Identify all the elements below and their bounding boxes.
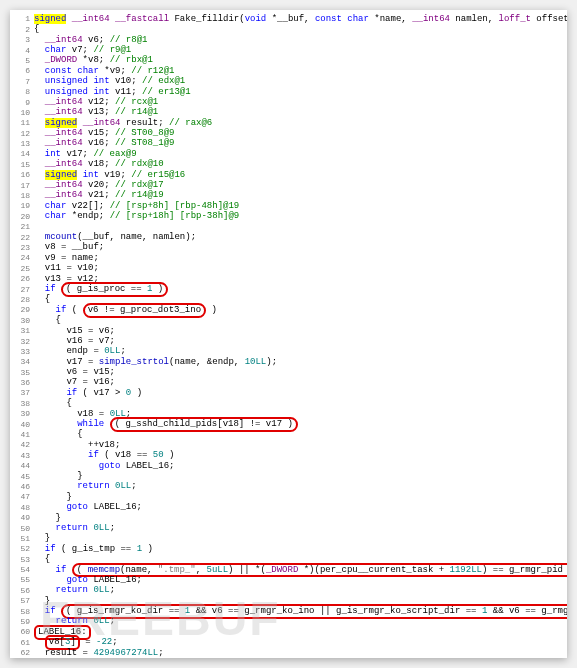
code-content: char v7; // r9@1: [34, 45, 567, 56]
code-content: char *endp; // [rsp+18h] [rbp-38h]@9: [34, 211, 567, 222]
code-content: v16 = v7;: [34, 336, 567, 347]
line-number: 45: [10, 472, 34, 482]
code-content: {: [34, 315, 567, 326]
line-number: 4: [10, 46, 34, 56]
line-number: 37: [10, 388, 34, 398]
code-line: 43 if ( v18 == 50 ): [10, 450, 567, 460]
code-content: if ( g_is_proc == 1 ): [34, 284, 567, 295]
code-content: }: [34, 471, 567, 482]
line-number: 26: [10, 274, 34, 284]
code-content: __int64 v20; // rdx@17: [34, 180, 567, 191]
line-number: 12: [10, 129, 34, 139]
code-content: return 0LL;: [34, 481, 567, 492]
code-content: if ( v18 == 50 ): [34, 450, 567, 461]
code-line: 29 if ( v6 != g_proc_dot3_ino ): [10, 305, 567, 315]
line-number: 31: [10, 326, 34, 336]
code-line: 54 if ( memcmp(name, ".tmp_", 5uLL) || *…: [10, 565, 567, 575]
code-content: __int64 v15; // ST00_8@9: [34, 128, 567, 139]
code-line: 15 __int64 v18; // rdx@10: [10, 159, 567, 169]
line-number: 11: [10, 118, 34, 128]
code-content: return 0LL;: [34, 585, 567, 596]
code-line: 52 if ( g_is_tmp == 1 ): [10, 544, 567, 554]
code-line: 1signed __int64 __fastcall Fake_filldir(…: [10, 14, 567, 24]
code-line: 13 __int64 v16; // ST08_1@9: [10, 139, 567, 149]
code-line: 19 char v22[]; // [rsp+8h] [rbp-48h]@19: [10, 201, 567, 211]
line-number: 22: [10, 233, 34, 243]
code-line: 18 __int64 v21; // r14@19: [10, 191, 567, 201]
code-content: if ( g_is_tmp == 1 ): [34, 544, 567, 555]
code-content: char v22[]; // [rsp+8h] [rbp-48h]@19: [34, 201, 567, 212]
code-content: unsigned int v11; // er13@1: [34, 87, 567, 98]
line-number: 58: [10, 607, 34, 617]
line-number: 54: [10, 565, 34, 575]
line-number: 59: [10, 617, 34, 627]
code-line: 48 goto LABEL_16;: [10, 502, 567, 512]
code-content: __int64 v18; // rdx@10: [34, 159, 567, 170]
code-line: 17 __int64 v20; // rdx@17: [10, 180, 567, 190]
code-line: 34 v17 = simple_strtol(name, &endp, 10LL…: [10, 357, 567, 367]
code-content: goto LABEL_16;: [34, 575, 567, 586]
line-number: 28: [10, 295, 34, 305]
code-content: {: [34, 429, 567, 440]
code-line: 40 while ( g_sshd_child_pids[v18] != v17…: [10, 419, 567, 429]
code-line: 20 char *endp; // [rsp+18h] [rbp-38h]@9: [10, 211, 567, 221]
line-number: 36: [10, 378, 34, 388]
code-content: goto LABEL_16;: [34, 502, 567, 513]
line-number: 60: [10, 627, 34, 637]
code-line: 23 v8 = __buf;: [10, 243, 567, 253]
line-number: 7: [10, 77, 34, 87]
code-content: const char *v9; // r12@1: [34, 66, 567, 77]
line-number: 57: [10, 596, 34, 606]
code-line: 2{: [10, 24, 567, 34]
line-number: 8: [10, 87, 34, 97]
code-line: 44 goto LABEL_16;: [10, 461, 567, 471]
line-number: 61: [10, 638, 34, 648]
line-number: 50: [10, 524, 34, 534]
code-content: }: [34, 492, 567, 503]
code-content: }: [34, 513, 567, 524]
code-line: 35 v6 = v15;: [10, 367, 567, 377]
code-content: }: [34, 533, 567, 544]
line-number: 46: [10, 482, 34, 492]
code-content: while ( g_sshd_child_pids[v18] != v17 ): [34, 419, 567, 430]
line-number: 38: [10, 399, 34, 409]
line-number: 52: [10, 544, 34, 554]
code-content: unsigned int v10; // edx@1: [34, 76, 567, 87]
code-content: signed __int64 __fastcall Fake_filldir(v…: [34, 14, 567, 25]
code-line: 4 char v7; // r9@1: [10, 45, 567, 55]
line-number: 39: [10, 409, 34, 419]
code-line: 61 v8[3] = -22;: [10, 637, 567, 647]
code-content: if ( v17 > 0 ): [34, 388, 567, 399]
code-line: 33 endp = 0LL;: [10, 347, 567, 357]
code-line: 32 v16 = v7;: [10, 336, 567, 346]
code-line: 37 if ( v17 > 0 ): [10, 388, 567, 398]
code-line: 45 }: [10, 471, 567, 481]
code-line: 11 signed __int64 result; // rax@6: [10, 118, 567, 128]
code-line: 51 }: [10, 534, 567, 544]
line-number: 19: [10, 201, 34, 211]
code-line: 27 if ( g_is_proc == 1 ): [10, 284, 567, 294]
line-number: 17: [10, 181, 34, 191]
code-line: 21: [10, 222, 567, 232]
code-content: return 0LL;: [34, 523, 567, 534]
code-content: v6 = v15;: [34, 367, 567, 378]
line-number: 25: [10, 264, 34, 274]
line-number: 42: [10, 440, 34, 450]
line-number: 41: [10, 430, 34, 440]
line-number: 23: [10, 243, 34, 253]
line-number: 29: [10, 305, 34, 315]
code-line: 47 }: [10, 492, 567, 502]
line-number: 32: [10, 337, 34, 347]
code-content: v8 = __buf;: [34, 242, 567, 253]
line-number: 34: [10, 357, 34, 367]
line-number: 2: [10, 25, 34, 35]
code-line: 30 {: [10, 315, 567, 325]
code-line: 9 __int64 v12; // rcx@1: [10, 97, 567, 107]
code-line: 58 if ( g_is_rmgr_ko_dir == 1 && v6 == g…: [10, 606, 567, 616]
code-line: 38 {: [10, 398, 567, 408]
line-number: 40: [10, 420, 34, 430]
code-content: if ( memcmp(name, ".tmp_", 5uLL) || *(_D…: [34, 565, 567, 576]
line-number: 5: [10, 56, 34, 66]
line-number: 33: [10, 347, 34, 357]
code-line: 31 v15 = v6;: [10, 326, 567, 336]
